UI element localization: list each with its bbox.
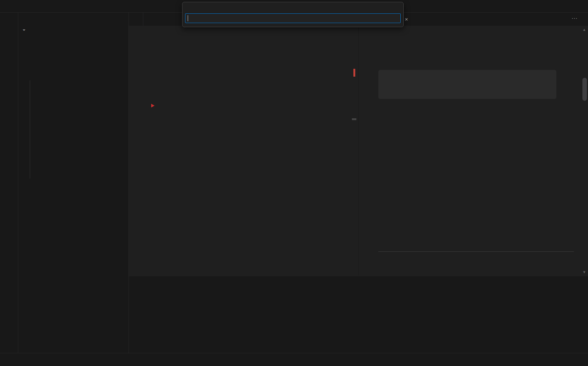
more-actions-icon[interactable]: ···	[572, 15, 578, 21]
overview-ruler-mark	[353, 69, 355, 77]
interpreter-input[interactable]	[185, 13, 401, 23]
tab-executor-py[interactable]	[129, 13, 143, 26]
terminal-panel[interactable]	[129, 276, 588, 354]
scrollbar-thumb[interactable]	[352, 118, 356, 120]
scroll-down-icon[interactable]: ▼	[582, 270, 586, 274]
code-editor[interactable]	[129, 35, 358, 275]
quick-pick-list	[182, 25, 403, 27]
editor-group-primary[interactable]	[129, 13, 358, 275]
gitignore-heading	[378, 247, 574, 252]
embedded-screenshot	[376, 125, 558, 238]
terminal-output[interactable]	[129, 289, 588, 294]
explorer-sidebar: ›	[18, 13, 129, 353]
explorer-root-folder[interactable]: ›	[18, 26, 128, 34]
panel-header	[129, 276, 588, 289]
indent-guide	[30, 80, 30, 179]
quick-pick-title	[182, 2, 403, 12]
interpreter-quick-pick	[182, 2, 404, 27]
markdown-preview-pane[interactable]: × ··· ▲ ▼	[359, 13, 588, 275]
status-bar	[0, 353, 588, 366]
scroll-up-icon[interactable]: ▲	[582, 28, 586, 32]
settings-json-code-block	[378, 70, 556, 99]
chevron-icon: ›	[22, 27, 27, 33]
text-cursor	[188, 15, 188, 21]
close-icon[interactable]: ×	[405, 16, 408, 22]
gutter-marker-icon	[151, 104, 155, 107]
scrollbar-thumb[interactable]	[582, 78, 587, 101]
activity-bar	[0, 13, 18, 353]
